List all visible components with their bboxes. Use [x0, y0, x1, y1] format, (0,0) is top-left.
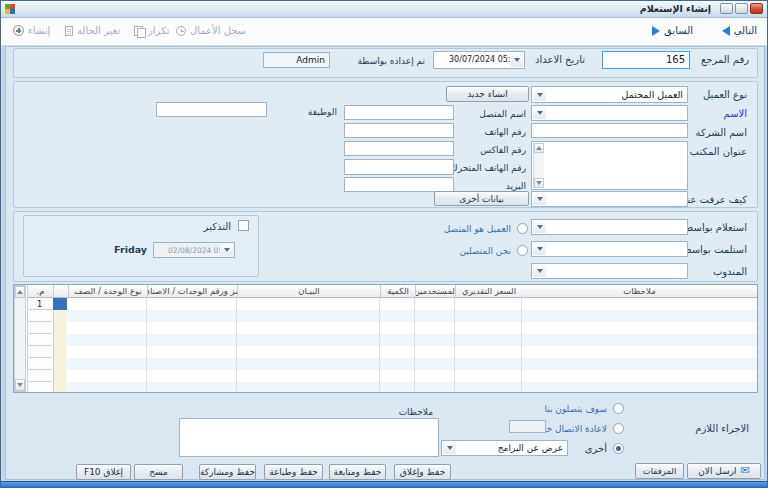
received-by-combo[interactable] [531, 241, 688, 257]
how-know-combo[interactable] [531, 191, 688, 207]
column-divider [379, 298, 380, 392]
column-header-users[interactable]: المستخدمين [415, 285, 455, 298]
chevron-down-icon [510, 53, 523, 67]
agent-label: المندوب [713, 266, 747, 278]
window-title: إنشاء الإستعلام [640, 3, 711, 14]
email-input[interactable] [344, 177, 454, 192]
application-window: إنشاء الإستعلام التالي السابق سجل الأعما… [0, 0, 768, 488]
they-will-call-label: سوف يتصلون بنا [545, 403, 607, 415]
restore-button[interactable] [735, 3, 748, 14]
row-indicator-column [53, 298, 67, 392]
save-close-button[interactable]: حفظ وإغلاق [394, 464, 451, 480]
column-header-notes[interactable]: ملاحظات [522, 285, 757, 298]
prepared-by-label: تم إعداده بواسطة [358, 55, 425, 67]
save-share-button[interactable]: حفظ ومشاركة [199, 464, 256, 480]
save-continue-button[interactable]: حفظ ومتابعة [329, 464, 386, 480]
close-f10-button[interactable]: إغلاق F10 [76, 464, 131, 480]
required-action-label: الاجراء اللازم [695, 423, 749, 435]
create-button[interactable]: إنشاء [13, 25, 50, 36]
previous-button[interactable]: السابق [652, 25, 693, 36]
reminder-date-combo[interactable]: 02/08/2024 05:56:PM [153, 242, 235, 258]
duplicate-label: تكرار [148, 25, 169, 36]
column-header-unit-code[interactable]: رمز ورقم الوحدات / الاصناف [147, 285, 237, 298]
change-status-button[interactable]: تغير الحالة [65, 25, 120, 36]
reference-input[interactable]: 165 [602, 51, 690, 69]
save-print-button[interactable]: حفظ وطباعة [264, 464, 323, 480]
chevron-down-icon [220, 244, 233, 256]
next-arrow-icon [722, 26, 730, 36]
column-divider [146, 298, 147, 392]
send-now-button[interactable]: ✉ ارسل الان [687, 463, 761, 479]
fax-input[interactable] [344, 141, 454, 156]
company-label: اسم الشركة [696, 127, 747, 139]
copy-icon [134, 26, 144, 36]
phone-input[interactable] [344, 123, 454, 138]
inquiry-by-combo[interactable] [531, 219, 688, 235]
inquiry-by-label: استعلام بواسطة [680, 222, 747, 234]
previous-label: السابق [664, 25, 693, 36]
column-header-num[interactable]: م. [27, 285, 53, 298]
received-by-label: استلمت بواسطة [678, 244, 747, 256]
change-status-label: تغير الحالة [77, 25, 120, 36]
recall-duration-input[interactable] [509, 420, 546, 433]
company-input[interactable] [531, 123, 688, 138]
customer-type-label: نوع العميل [703, 89, 747, 101]
we-are-callers-label: نحن المتصلين [459, 245, 511, 257]
selected-cell[interactable] [53, 298, 67, 310]
document-icon [65, 26, 73, 36]
column-header-quantity[interactable]: الكمية [380, 285, 415, 298]
column-divider [521, 298, 522, 392]
column-header-est-price[interactable]: السعر التقديري [455, 285, 522, 298]
other-action-label: أخرى [585, 443, 607, 455]
date-combo[interactable]: 30/07/2024 05:56:PM [433, 51, 525, 69]
name-label: الاسم [723, 108, 747, 120]
chevron-down-icon [533, 193, 546, 205]
window-bottom-border [1, 481, 767, 488]
table-scrollbar[interactable] [14, 285, 26, 392]
mobile-input[interactable] [344, 159, 454, 175]
column-header-unit-type[interactable]: نوع الوحدة / الصف [68, 285, 147, 298]
scroll-up-icon[interactable] [15, 286, 25, 298]
next-button[interactable]: التالي [722, 25, 757, 36]
other-data-button[interactable]: بيانات أخرى [434, 191, 529, 206]
other-action-combo[interactable]: عرض عن البرامج [441, 440, 568, 456]
office-address-textarea[interactable] [531, 141, 688, 190]
we-are-callers-radio[interactable] [517, 245, 528, 256]
other-action-radio[interactable] [613, 443, 624, 454]
phone-label: رقم الهاتف [485, 126, 526, 138]
job-label: الوظيفة [308, 106, 337, 118]
duplicate-button[interactable]: تكرار [134, 25, 169, 36]
they-will-call-radio[interactable] [613, 403, 624, 414]
minimize-button[interactable] [720, 3, 733, 14]
customer-type-value: العميل المحتمل [548, 88, 683, 101]
scroll-down-icon[interactable] [15, 379, 25, 391]
customer-is-caller-label: العميل هو المتصل [444, 223, 511, 235]
name-combo[interactable] [531, 105, 688, 121]
customer-type-combo[interactable]: العميل المحتمل [531, 86, 688, 103]
close-button[interactable] [750, 3, 763, 14]
chevron-down-icon [533, 88, 546, 101]
column-header-select[interactable] [53, 285, 68, 298]
title-bar: إنشاء الإستعلام [1, 1, 767, 18]
scroll-down-icon[interactable] [534, 178, 544, 188]
textarea-scrollbar[interactable] [533, 143, 544, 188]
other-action-value: عرض عن البرامج [458, 442, 563, 454]
how-know-label: كيف عرفت عنا [684, 194, 747, 206]
clear-button[interactable]: مسح [134, 464, 183, 480]
fax-label: رقم الفاكس [480, 144, 526, 156]
scroll-up-icon[interactable] [534, 143, 544, 153]
notes-textarea[interactable] [179, 418, 439, 457]
contact-name-input[interactable] [344, 105, 454, 120]
reminder-label: التذكير [204, 221, 231, 233]
job-input[interactable] [156, 102, 267, 117]
activity-log-button[interactable]: سجل الأعمال [176, 25, 246, 36]
create-new-button[interactable]: انشاء جديد [446, 86, 529, 102]
column-header-description[interactable]: البيـان [237, 285, 380, 298]
reference-label: رقم المرجع [701, 54, 749, 66]
customer-is-caller-radio[interactable] [517, 223, 528, 234]
table-rows[interactable] [68, 298, 757, 392]
attachments-button[interactable]: المرفقات [635, 463, 684, 479]
recall-within-radio[interactable] [613, 423, 624, 434]
reminder-checkbox[interactable] [238, 220, 249, 231]
agent-combo[interactable] [531, 263, 688, 279]
